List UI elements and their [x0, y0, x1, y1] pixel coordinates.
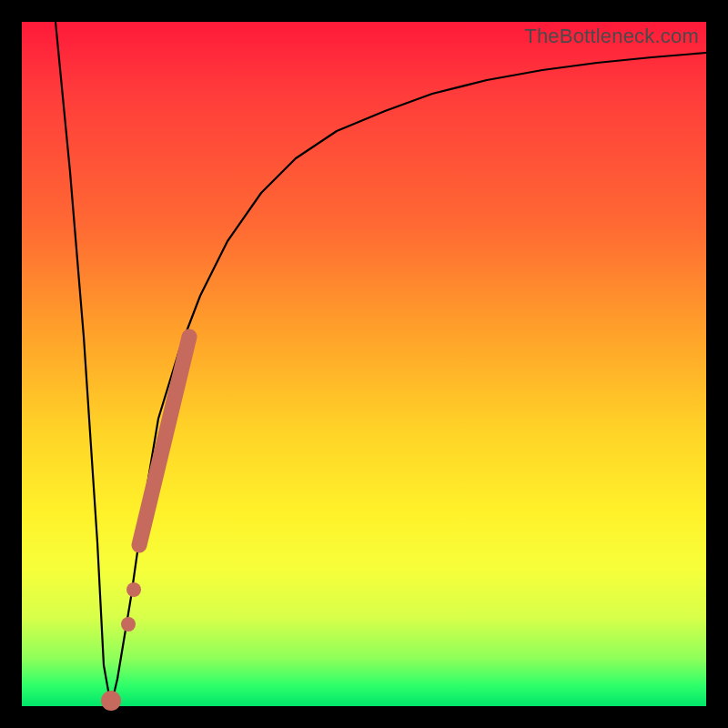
- highlight-dot: [121, 617, 136, 632]
- highlight-segment: [139, 337, 189, 545]
- curve-path: [56, 22, 706, 706]
- highlight-dot: [126, 582, 141, 597]
- chart-frame: TheBottleneck.com: [0, 0, 728, 728]
- plot-area: TheBottleneck.com: [22, 22, 706, 706]
- highlight-dot: [101, 691, 121, 711]
- bottleneck-curve: [22, 22, 706, 706]
